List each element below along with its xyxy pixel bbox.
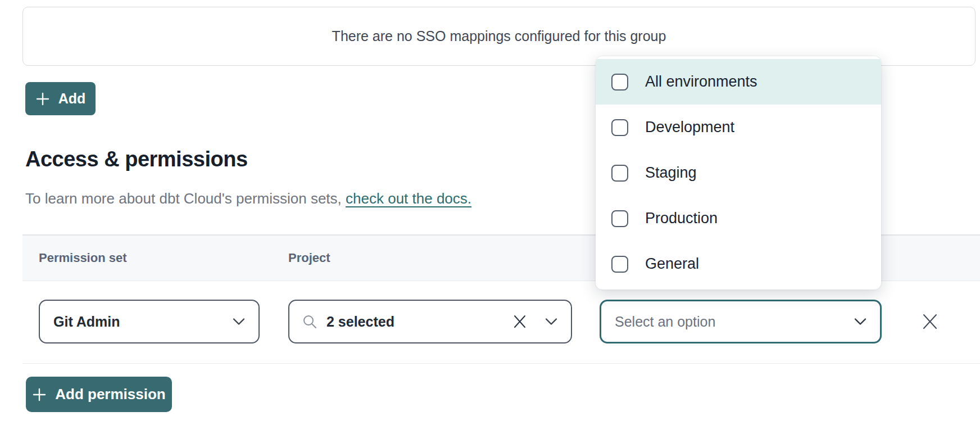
add-permission-label: Add permission (55, 386, 165, 403)
row-divider (22, 363, 980, 364)
option-label: All environments (645, 73, 757, 91)
permission-set-value: Git Admin (53, 314, 120, 330)
remove-permission-row-button[interactable] (915, 307, 945, 336)
project-selected-count: 2 selected (326, 314, 394, 330)
checkbox-icon[interactable] (611, 119, 628, 136)
checkbox-icon[interactable] (611, 165, 628, 182)
dropdown-option-general[interactable]: General (596, 241, 881, 287)
add-button-label: Add (58, 91, 86, 107)
add-permission-button[interactable]: Add permission (26, 377, 172, 412)
option-label: Production (645, 210, 718, 227)
docs-link[interactable]: check out the docs. (346, 190, 471, 207)
option-label: Development (645, 119, 734, 136)
environment-placeholder: Select an option (615, 314, 715, 330)
dropdown-option-all-environments[interactable]: All environments (596, 59, 881, 105)
chevron-down-icon (854, 318, 866, 326)
dropdown-option-production[interactable]: Production (596, 196, 881, 241)
permission-set-select[interactable]: Git Admin (39, 300, 260, 343)
permissions-description: To learn more about dbt Cloud's permissi… (25, 190, 471, 207)
dropdown-option-staging[interactable]: Staging (596, 150, 881, 196)
clear-selection-button[interactable] (510, 312, 529, 331)
option-label: General (645, 255, 699, 273)
plus-icon (35, 92, 50, 106)
plus-icon (32, 387, 47, 402)
search-icon (302, 314, 317, 329)
section-title: Access & permissions (25, 147, 248, 171)
x-icon (512, 314, 527, 329)
x-icon (921, 313, 939, 331)
column-header-project: Project (288, 236, 330, 281)
checkbox-icon[interactable] (611, 256, 628, 273)
checkbox-icon[interactable] (611, 74, 628, 91)
description-text: To learn more about dbt Cloud's permissi… (25, 190, 346, 207)
add-sso-mapping-button[interactable]: Add (25, 82, 96, 115)
column-header-permission-set: Permission set (39, 236, 127, 281)
option-label: Staging (645, 164, 697, 182)
chevron-down-icon (233, 318, 245, 326)
checkbox-icon[interactable] (611, 210, 628, 227)
environment-dropdown-menu: All environments Development Staging Pro… (596, 56, 881, 290)
environment-select[interactable]: Select an option (600, 300, 882, 343)
project-multiselect[interactable]: 2 selected (288, 300, 572, 343)
sso-empty-message: There are no SSO mappings configured for… (332, 28, 666, 44)
dropdown-option-development[interactable]: Development (596, 105, 881, 150)
chevron-down-icon (545, 318, 557, 326)
group-settings-page: There are no SSO mappings configured for… (0, 0, 980, 434)
